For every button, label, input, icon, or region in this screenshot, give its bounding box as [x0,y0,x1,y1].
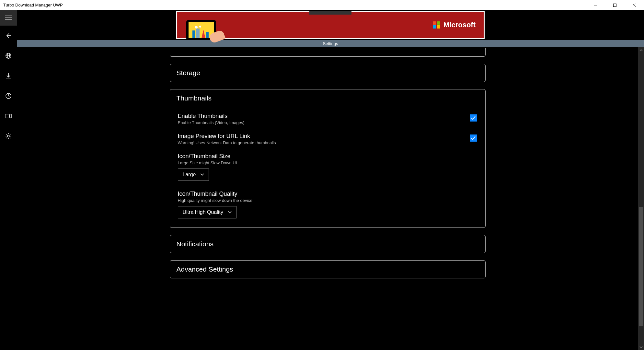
select-thumbnail-quality[interactable]: Ultra High Quality [178,206,236,218]
select-thumbnail-size[interactable]: Large [178,169,209,181]
microsoft-logo-text: Microsoft [443,21,476,29]
chevron-down-icon [200,173,204,176]
section-title-advanced: Advanced Settings [170,261,485,278]
page-title-strip: Settings [17,40,644,47]
clock-icon [5,93,12,99]
vertical-scrollbar[interactable] [638,47,644,350]
section-title-thumbnails: Thumbnails [170,89,485,107]
svg-rect-1 [614,4,616,6]
setting-subtitle: High quality might slow down the device [178,198,477,203]
maximize-button[interactable] [605,0,625,10]
svg-rect-11 [5,114,9,118]
setting-image-preview: Image Preview for URL Link Warning! Uses… [178,133,477,145]
sidebar-item-browser[interactable] [0,46,17,66]
download-icon [5,73,12,79]
setting-subtitle: Large Size might Slow Down UI [178,160,477,165]
setting-thumbnail-quality: Icon/Thumbnail Quality High quality migh… [178,191,477,218]
svg-rect-17 [196,29,200,38]
select-value: Ultra High Quality [183,209,223,215]
hamburger-button[interactable] [0,10,17,26]
ad-banner-region: Microsoft [17,10,644,40]
sidebar-item-video[interactable] [0,106,17,126]
svg-point-14 [195,26,198,29]
ad-tab-handle [309,11,351,15]
back-arrow-icon [5,32,12,39]
scrollbar-thumb[interactable] [639,207,643,326]
settings-section-advanced[interactable]: Advanced Settings [170,260,486,278]
sidebar-item-downloads[interactable] [0,66,17,86]
hamburger-icon [5,16,12,20]
svg-rect-16 [192,30,195,38]
setting-title: Image Preview for URL Link [178,133,276,140]
sidebar-item-settings[interactable] [0,126,17,146]
setting-enable-thumbnails: Enable Thumbnails Enable Thumbnails (Vid… [178,113,477,125]
microsoft-logo-icon [433,21,440,29]
setting-subtitle: Warning! Uses Network Data to generate t… [178,140,276,145]
checkbox-image-preview[interactable] [470,134,477,142]
window-title: Turbo Download Manager UWP [3,3,63,7]
scroll-up-button[interactable] [638,47,644,53]
back-button[interactable] [0,26,17,46]
minimize-button[interactable] [586,0,605,10]
chevron-up-icon [639,49,643,51]
check-icon [471,115,476,121]
setting-thumbnail-size: Icon/Thumbnail Size Large Size might Slo… [178,153,477,181]
settings-section-notifications[interactable]: Notifications [170,235,486,253]
sidebar-item-history[interactable] [0,86,17,106]
settings-section-thumbnails: Thumbnails Enable Thumbnails Enable Thum… [170,89,486,228]
sidebar [0,10,17,350]
settings-section-previous[interactable] [170,48,486,57]
setting-title: Icon/Thumbnail Quality [178,191,477,197]
settings-section-storage[interactable]: Storage [170,64,486,82]
close-button[interactable] [625,0,644,10]
chevron-down-icon [228,211,232,214]
globe-icon [5,52,12,59]
svg-rect-19 [206,32,209,38]
ad-banner[interactable]: Microsoft [176,11,485,39]
video-icon [5,113,12,119]
window-controls [586,0,644,10]
setting-subtitle: Enable Thumbnails (Video, Images) [178,120,245,125]
scroll-down-button[interactable] [638,344,644,350]
svg-point-15 [199,26,201,28]
check-icon [471,135,476,141]
section-title-notifications: Notifications [170,235,485,253]
window-titlebar: Turbo Download Manager UWP [0,0,644,10]
ad-illustration [184,18,223,44]
page-title: Settings [323,41,338,46]
setting-title: Icon/Thumbnail Size [178,153,477,160]
settings-content: Storage Thumbnails Enable Thumbnails Ena… [17,47,638,350]
setting-title: Enable Thumbnails [178,113,245,120]
gear-icon [5,133,12,139]
chevron-down-icon [639,346,643,348]
checkbox-enable-thumbnails[interactable] [470,114,477,122]
section-title-storage: Storage [170,64,485,82]
svg-point-12 [7,135,9,137]
select-value: Large [183,172,196,178]
microsoft-logo: Microsoft [433,21,476,29]
